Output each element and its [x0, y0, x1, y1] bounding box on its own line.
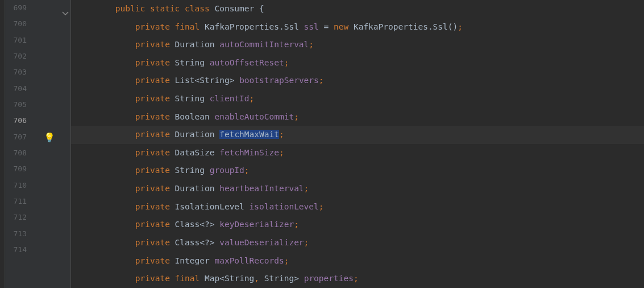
line-number[interactable]: 711 — [5, 194, 37, 209]
token-kw: class — [185, 4, 214, 13]
code-area[interactable]: public static class Consumer { private f… — [71, 0, 644, 288]
token-kw: private — [135, 184, 175, 193]
line-number[interactable]: 704 — [5, 81, 37, 97]
token-field: ssl — [304, 22, 324, 31]
code-line[interactable]: private final Map<String, String> proper… — [71, 270, 644, 288]
token-field: maxPollRecords — [214, 256, 284, 265]
token-punct: ; — [354, 274, 359, 283]
token-punct: ; — [284, 256, 289, 265]
token-type: Map — [205, 274, 219, 283]
line-number-gutter[interactable]: 6997007017027037047057067077087097107117… — [5, 0, 37, 288]
token-type: Duration — [175, 40, 220, 49]
token-field: enableAutoCommit — [214, 112, 294, 121]
token-kw: private — [135, 148, 175, 157]
token-kw: private — [135, 58, 175, 67]
token-punct: ; — [319, 202, 324, 211]
token-kw: private — [135, 256, 175, 265]
line-number[interactable]: 705 — [5, 97, 37, 113]
token-type: String — [264, 274, 294, 283]
line-number[interactable]: 708 — [5, 145, 37, 161]
code-line[interactable]: private Class<?> valueDeserializer; — [71, 234, 644, 252]
token-type: String — [200, 76, 229, 85]
line-number[interactable]: 707 — [5, 129, 37, 145]
code-editor[interactable]: 6997007017027037047057067077087097107117… — [5, 0, 644, 288]
token-type: Integer — [175, 256, 215, 265]
token-text: < — [195, 76, 200, 85]
token-punct: ; — [279, 130, 284, 139]
token-type: String — [175, 166, 210, 175]
token-type: Consumer — [214, 4, 259, 13]
fold-toggle-icon[interactable] — [62, 6, 69, 13]
token-kw: final — [175, 274, 205, 283]
token-text: > — [230, 76, 239, 85]
line-number[interactable]: 710 — [5, 178, 37, 194]
code-line[interactable]: private List<String> bootstrapServers; — [71, 72, 644, 90]
line-number[interactable]: 703 — [5, 64, 37, 80]
token-type: KafkaProperties — [205, 22, 279, 31]
token-text: > — [294, 274, 304, 283]
token-punct: ; — [250, 94, 255, 103]
token-text: = — [324, 22, 334, 31]
token-kw: private — [135, 130, 175, 139]
token-kw: new — [334, 22, 354, 31]
token-punct: ; — [304, 184, 309, 193]
line-number[interactable]: 714 — [5, 242, 37, 258]
token-text: () — [448, 22, 458, 31]
line-number[interactable]: 702 — [5, 48, 37, 64]
line-number[interactable]: 709 — [5, 161, 37, 177]
token-punct: ; — [294, 220, 299, 229]
token-type: String — [175, 94, 210, 103]
line-number[interactable]: 706 — [5, 113, 37, 129]
line-number[interactable]: 713 — [5, 226, 37, 242]
token-kw: public — [115, 4, 150, 13]
icon-gutter[interactable]: 💡 — [37, 0, 61, 288]
token-punct: ; — [309, 40, 314, 49]
code-line[interactable]: private String clientId; — [71, 90, 644, 108]
token-kw: private — [135, 220, 175, 229]
line-number[interactable]: 700 — [5, 16, 37, 32]
token-kw: private — [135, 274, 175, 283]
code-line[interactable]: public static class Consumer { — [71, 0, 644, 18]
token-field: autoCommitInterval — [219, 40, 309, 49]
token-type: String — [225, 274, 254, 283]
token-type: Duration — [175, 130, 220, 139]
line-number[interactable]: 699 — [5, 0, 37, 16]
code-line[interactable]: private Integer maxPollRecords; — [71, 252, 644, 270]
fold-gutter[interactable] — [61, 0, 71, 288]
token-text: . — [428, 22, 433, 31]
code-line[interactable]: private DataSize fetchMinSize; — [71, 144, 644, 162]
lightbulb-icon[interactable]: 💡 — [44, 128, 55, 148]
token-kw: private — [135, 112, 175, 121]
token-type: List — [175, 76, 195, 85]
token-type: KafkaProperties — [354, 22, 428, 31]
token-punct: ; — [279, 148, 284, 157]
token-field: autoOffsetReset — [210, 58, 284, 67]
token-field: fetchMaxWait — [219, 130, 279, 139]
code-line[interactable]: private Boolean enableAutoCommit; — [71, 108, 644, 126]
code-line[interactable]: private String autoOffsetReset; — [71, 54, 644, 72]
token-field: heartbeatInterval — [219, 184, 304, 193]
code-line[interactable]: private String groupId; — [71, 162, 644, 180]
token-kw: private — [135, 40, 175, 49]
token-type: String — [175, 58, 210, 67]
line-number[interactable]: 701 — [5, 32, 37, 48]
token-kw: private — [135, 22, 175, 31]
token-field: fetchMinSize — [219, 148, 279, 157]
code-line[interactable]: private IsolationLevel isolationLevel; — [71, 198, 644, 216]
token-field: isolationLevel — [250, 202, 319, 211]
code-line[interactable]: private Duration heartbeatInterval; — [71, 180, 644, 198]
token-field: valueDeserializer — [219, 238, 304, 247]
token-kw: final — [175, 22, 205, 31]
token-text: < — [219, 274, 225, 283]
token-text — [259, 274, 264, 283]
code-line[interactable]: private Class<?> keyDeserializer; — [71, 216, 644, 234]
token-punct: ; — [284, 58, 289, 67]
line-number[interactable]: 712 — [5, 209, 37, 225]
code-line[interactable]: private final KafkaProperties.Ssl ssl = … — [71, 18, 644, 36]
token-kw: static — [150, 4, 185, 13]
token-text: . — [279, 22, 284, 31]
token-punct: , — [254, 274, 259, 283]
code-line[interactable]: private Duration autoCommitInterval; — [71, 36, 644, 54]
code-line[interactable]: private Duration fetchMaxWait; — [71, 126, 644, 144]
token-kw: private — [135, 166, 175, 175]
